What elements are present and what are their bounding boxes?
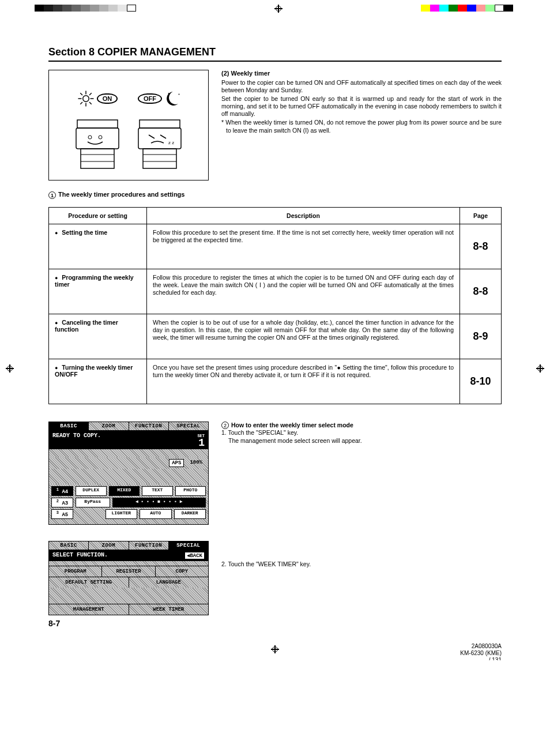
intro-heading: (2) Weekly timer (221, 70, 502, 78)
calib-swatch (99, 5, 108, 12)
procedure-name: ● Setting the time (49, 224, 147, 269)
moon-icon (164, 90, 182, 107)
table-header-page: Page (460, 207, 502, 224)
calib-swatch (71, 5, 81, 12)
circled-number-icon: 2 (221, 422, 229, 429)
panel2-tab-special: SPECIAL (169, 541, 208, 550)
calib-swatch (90, 5, 99, 12)
footer-codes: 2A080030A KM-6230 (KME) / 131 (460, 643, 502, 660)
calib-swatch (495, 5, 504, 12)
svg-point-11 (88, 136, 92, 139)
svg-text:z z: z z (168, 140, 174, 145)
registration-mark-icon (271, 645, 279, 653)
table-row: ● Programming the weekly timerFollow thi… (49, 269, 502, 314)
procedure-desc: Follow this procedure to register the ti… (147, 269, 460, 314)
svg-rect-23 (143, 149, 176, 168)
procedure-desc: When the copier is to be out of use for … (147, 314, 460, 359)
svg-point-16 (168, 93, 169, 94)
panel1-aps: APS (169, 459, 184, 467)
calib-swatch (44, 5, 53, 12)
svg-point-17 (179, 94, 180, 95)
procedure-page: 8-8 (460, 269, 502, 314)
calib-swatch (467, 5, 476, 12)
calib-swatch (476, 5, 485, 12)
panel2-status: SELECT FUNCTION. (52, 552, 108, 559)
intro-para-2: Set the copier to be turned ON early so … (221, 95, 502, 118)
calib-swatch (62, 5, 71, 12)
svg-rect-19 (138, 128, 181, 149)
calib-swatch (53, 5, 62, 12)
calib-swatch (458, 5, 467, 12)
panel2-tab-function: FUNCTION (129, 541, 169, 550)
panel1-status: READY TO COPY. (52, 432, 101, 447)
panel2-tab-basic: BASIC (49, 541, 89, 550)
circled-number-icon: 1 (48, 191, 56, 199)
svg-point-12 (99, 136, 102, 139)
calib-swatch (430, 5, 439, 12)
svg-line-20 (149, 135, 155, 138)
procedure-name: ● Canceling the timer function (49, 314, 147, 359)
intro-text: (2) Weekly timer Power to the copier can… (221, 70, 502, 180)
calib-swatch (504, 5, 513, 12)
table-row: ● Turning the weekly timer ON/OFFOnce yo… (49, 359, 502, 404)
lcd-panel-select-function: BASIC ZOOM FUNCTION SPECIAL SELECT FUNCT… (48, 541, 209, 615)
calib-swatch (421, 5, 430, 12)
svg-line-21 (160, 135, 166, 138)
table-header-description: Description (147, 207, 460, 224)
procedure-desc: Once you have set the present times usin… (147, 359, 460, 404)
page-number: 8-7 (48, 619, 502, 628)
instructions-right: 2How to enter the weekly timer select mo… (221, 422, 502, 615)
procedure-name: ● Turning the weekly timer ON/OFF (49, 359, 147, 404)
calib-swatch (127, 5, 136, 12)
procedure-name: ● Programming the weekly timer (49, 269, 147, 314)
procedures-table: Procedure or setting Description Page ● … (48, 207, 502, 404)
calib-swatch (81, 5, 90, 12)
panel2-tab-zoom: ZOOM (89, 541, 129, 550)
table-header-procedure: Procedure or setting (49, 207, 147, 224)
copier-off-icon: z z (134, 108, 186, 172)
calib-swatch (118, 5, 127, 12)
calib-swatch (108, 5, 118, 12)
svg-rect-13 (81, 149, 114, 168)
svg-rect-18 (140, 120, 180, 128)
panel2-back: ◀BACK (184, 552, 205, 559)
svg-rect-10 (76, 128, 119, 149)
svg-rect-9 (77, 120, 118, 128)
svg-line-7 (80, 102, 82, 104)
panel1-tab-zoom: ZOOM (89, 422, 129, 430)
svg-line-5 (80, 93, 82, 95)
procedure-desc: Follow this procedure to set the present… (147, 224, 460, 269)
off-label: OFF (138, 93, 162, 104)
panel1-tab-special: SPECIAL (169, 422, 208, 430)
intro-note: * When the weekly timer is turned ON, do… (221, 119, 502, 134)
svg-point-0 (83, 96, 89, 102)
procedure-page: 8-10 (460, 359, 502, 404)
lcd-panel-ready: BASIC ZOOM FUNCTION SPECIAL READY TO COP… (48, 422, 209, 525)
procedures-heading: 1The weekly timer procedures and setting… (48, 191, 502, 199)
calib-swatch (449, 5, 458, 12)
section-title: Section 8 COPIER MANAGEMENT (48, 46, 502, 62)
procedure-page: 8-8 (460, 224, 502, 269)
panel1-zoom: 100% (187, 459, 205, 467)
calib-swatch (485, 5, 495, 12)
table-row: ● Canceling the timer functionWhen the c… (49, 314, 502, 359)
svg-line-6 (89, 102, 92, 104)
illustration-weekly-timer: ON OFF (48, 70, 209, 180)
intro-para-1: Power to the copier can be turned ON and… (221, 79, 502, 94)
calibration-strip (35, 5, 513, 12)
panel1-tab-function: FUNCTION (129, 422, 169, 430)
calib-swatch (439, 5, 449, 12)
procedure-page: 8-9 (460, 314, 502, 359)
svg-line-8 (89, 93, 92, 95)
calib-swatch (35, 5, 44, 12)
sun-icon (77, 90, 95, 107)
table-row: ● Setting the timeFollow this procedure … (49, 224, 502, 269)
panel1-tab-basic: BASIC (49, 422, 89, 430)
on-label: ON (97, 93, 118, 104)
copier-on-icon (71, 108, 123, 172)
